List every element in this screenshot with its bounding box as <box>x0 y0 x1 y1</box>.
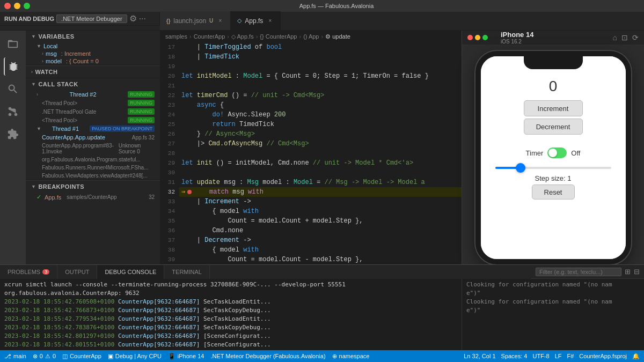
variable-model[interactable]: › model : { Count = 0 <box>26 57 160 65</box>
thread-2-header[interactable]: › Thread #2 RUNNING <box>26 90 160 99</box>
frame-3-name: org.Fabulous.Avalonia.Program.stateful..… <box>42 157 141 162</box>
settings-icon[interactable]: ⚙ <box>129 13 137 24</box>
phone-slider-thumb[interactable] <box>516 163 525 173</box>
var-value-model: : { Count = 0 <box>66 58 99 64</box>
phone-step-label: Step size: 1 <box>535 174 572 182</box>
breakpoint-item[interactable]: ✓ App.fs samples/CounterApp 32 <box>26 193 160 202</box>
screenshot-icon[interactable]: ⊡ <box>621 33 628 42</box>
tab-terminal[interactable]: TERMINAL <box>164 265 210 279</box>
call-stack-frame-1[interactable]: CounterApp.App.update App.fs 32 <box>26 133 160 142</box>
thread-pool-1[interactable]: <Thread Pool> RUNNING <box>26 99 160 107</box>
status-config[interactable]: ▣ Debug | Any CPU <box>108 353 162 360</box>
status-encoding[interactable]: UTF-8 <box>532 353 549 360</box>
home-icon[interactable]: ⌂ <box>613 33 617 42</box>
console-line-3: 2023-02-18 18:55:42.760508+0100 CounterA… <box>4 298 457 307</box>
code-line-32: ⇒ match msg with <box>179 187 462 197</box>
call-stack-frame-4[interactable]: Fabulous.Runners.Runner4Microsoft.FSha..… <box>26 164 160 172</box>
tab-app-fs[interactable]: ◇ App.fs × <box>231 11 281 30</box>
code-line-30 <box>179 168 462 178</box>
status-line-col[interactable]: Ln 32, Col 1 <box>464 353 495 360</box>
tab-problems[interactable]: PROBLEMS 3 <box>0 265 57 279</box>
chevron-icon: ▼ <box>36 126 41 131</box>
bottom-content: xcrun simctl launch --console --terminat… <box>0 279 644 350</box>
phone-slider-container <box>495 167 611 169</box>
phone-notch <box>524 56 583 69</box>
tab-close-button[interactable]: × <box>216 17 224 25</box>
right-panel: iPhone 14 iOS 16.2 ⌂ ⊡ ⟳ 0 Increment Dec… <box>462 31 644 264</box>
local-group[interactable]: ▼ Local <box>26 42 160 50</box>
phone-reset-button[interactable]: Reset <box>532 184 575 200</box>
debugger-selector[interactable]: .NET Meteor Debugger <box>56 14 127 23</box>
status-right: Ln 32, Col 1 Spaces: 4 UTF-8 LF F# Count… <box>464 353 640 360</box>
frame-4-name: Fabulous.Runners.Runner4Microsoft.FSha..… <box>42 165 148 171</box>
bottom-area: PROBLEMS 3 OUTPUT DEBUG CONSOLE TERMINAL… <box>0 264 644 350</box>
breadcrumb-part-6: ⚙ update <box>325 33 350 40</box>
collapse-icon[interactable]: ⊟ <box>634 268 640 276</box>
thread-pool-2[interactable]: <Thread Pool> RUNNING <box>26 116 160 124</box>
activity-explorer-icon[interactable] <box>4 35 22 53</box>
activity-extensions-icon[interactable] <box>4 125 22 143</box>
call-stack-frame-5[interactable]: Fabulous.ViewAdapters.viewAdapter#248[..… <box>26 172 160 180</box>
tab-launch-json[interactable]: {} launch.json U × <box>160 11 231 30</box>
call-stack-header[interactable]: ▼ CALL STACK <box>26 78 160 90</box>
status-debugger[interactable]: .NET Meteor Debugger (Fabulous.Avalonia) <box>210 353 325 359</box>
tab-bar: {} launch.json U × ◇ App.fs × <box>160 12 644 30</box>
threadpool-gate-label: .NET ThreadPool Gate <box>42 109 96 115</box>
thread-pool-status: RUNNING <box>128 100 155 106</box>
status-language[interactable]: F# <box>567 353 574 360</box>
phone-os: iOS 16.2 <box>501 39 533 45</box>
project-label: ◫ <box>62 353 68 360</box>
filter-input[interactable] <box>536 268 621 276</box>
more-icon[interactable]: ··· <box>139 14 146 24</box>
tab-close-button[interactable]: × <box>266 17 274 25</box>
error-icon: ⊗ <box>33 353 38 360</box>
close-button[interactable] <box>4 3 11 9</box>
feedback-icon[interactable]: 🔔 <box>632 353 640 360</box>
code-editor[interactable]: 17 18 19 20 21 22 23 24 25 26 27 28 29 3… <box>160 42 462 264</box>
code-line-35: Count = model.Count + model.Step }, <box>179 216 462 226</box>
status-spaces[interactable]: Spaces: 4 <box>501 353 528 360</box>
call-stack-frame-2[interactable]: CounterApp.App.program#83-1.Invoke Unkno… <box>26 142 160 156</box>
console-line-5: 2023-02-18 18:55:42.779534+0100 CounterA… <box>4 315 457 324</box>
breakpoints-header[interactable]: ▼ BREAKPOINTS <box>26 181 160 193</box>
tab-output[interactable]: OUTPUT <box>57 265 97 279</box>
device-icon: 📱 <box>168 353 175 360</box>
phone-increment-button[interactable]: Increment <box>524 100 583 116</box>
call-stack-frame-3[interactable]: org.Fabulous.Avalonia.Program.stateful..… <box>26 156 160 164</box>
phone-timer-toggle[interactable] <box>547 147 567 158</box>
rotate-icon[interactable]: ⟳ <box>632 33 639 42</box>
status-endings[interactable]: LF <box>555 353 562 360</box>
right-console-line-1: Clooking for configuration named "(no na… <box>466 281 640 290</box>
filter-icon[interactable]: ⊞ <box>625 268 631 276</box>
chevron-icon: › <box>31 69 33 75</box>
variables-label: VARIABLES <box>38 33 74 40</box>
phone-timer-state: Off <box>571 149 580 157</box>
minimize-button[interactable] <box>14 3 20 9</box>
breadcrumb-part-3: ◇ App.fs <box>231 33 254 40</box>
phone-screen: 0 Increment Decrement Timer Off St <box>481 56 626 259</box>
tab-debug-console[interactable]: DEBUG CONSOLE <box>97 265 164 279</box>
watch-header[interactable]: › WATCH <box>26 66 160 78</box>
maximize-button[interactable] <box>24 3 30 9</box>
main-area: ▼ VARIABLES ▼ Local › msg : Increment › … <box>0 31 644 264</box>
variables-header[interactable]: ▼ VARIABLES <box>26 31 160 42</box>
threadpool-gate[interactable]: .NET ThreadPool Gate RUNNING <box>26 107 160 116</box>
code-line-22: let timerCmd () = // unit -> Cmd<Msg> <box>179 91 462 100</box>
phone-timer-row: Timer Off <box>526 147 581 158</box>
variable-msg[interactable]: › msg : Increment <box>26 50 160 57</box>
status-errors[interactable]: ⊗ 0 ⚠ 0 <box>33 353 56 360</box>
phone-slider-track <box>495 167 611 169</box>
var-name-model: model <box>46 58 62 64</box>
activity-git-icon[interactable] <box>4 102 22 121</box>
var-value-msg: : Increment <box>61 50 91 57</box>
status-namespace[interactable]: ⊕ namespace <box>332 353 370 360</box>
status-git-branch[interactable]: ⎇ main <box>4 353 26 360</box>
activity-debug-icon[interactable] <box>4 57 22 76</box>
right-console-line-2: e")" <box>466 290 640 298</box>
status-project[interactable]: ◫ CounterApp <box>62 353 101 360</box>
phone-decrement-button[interactable]: Decrement <box>524 119 583 135</box>
status-device[interactable]: 📱 iPhone 14 <box>168 353 204 360</box>
thread-1-header[interactable]: ▼ Thread #1 PAUSED ON BREAKPOINT <box>26 124 160 133</box>
activity-search-icon[interactable] <box>4 80 22 98</box>
status-project-file[interactable]: CounterApp.fsproj <box>579 353 627 360</box>
